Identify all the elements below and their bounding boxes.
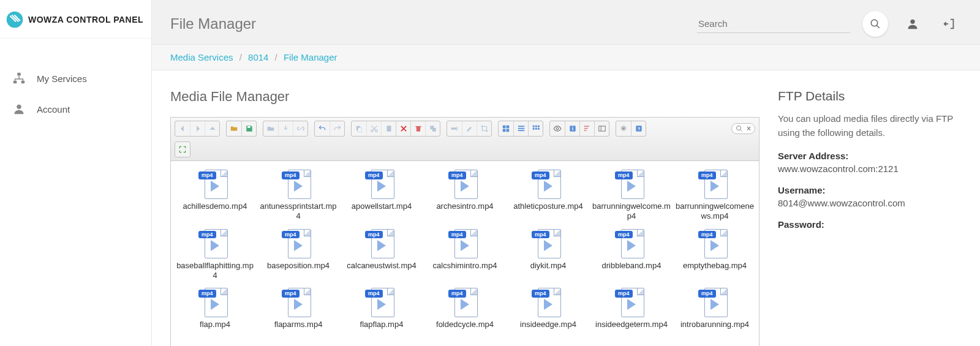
brand-logo: WOWZA CONTROL PANEL bbox=[0, 0, 151, 39]
file-item[interactable]: mp4 emptythebag.mp4 bbox=[674, 228, 755, 285]
file-name: barrunningwelcomenews.mp4 bbox=[676, 201, 754, 222]
tb-link-button[interactable] bbox=[293, 121, 307, 136]
tb-new-folder-button[interactable] bbox=[227, 121, 241, 136]
file-item[interactable]: mp4 barrunningwelcome.mp4 bbox=[591, 168, 672, 225]
tb-forward-button[interactable] bbox=[190, 121, 205, 136]
play-icon bbox=[294, 240, 303, 251]
tb-rename-button[interactable] bbox=[447, 121, 462, 136]
file-icon: mp4 bbox=[365, 170, 398, 199]
link-icon bbox=[296, 124, 305, 133]
play-icon bbox=[461, 240, 469, 251]
file-name: baseballflaphitting.mp4 bbox=[176, 261, 254, 281]
file-item[interactable]: mp4 baseballflaphitting.mp4 bbox=[175, 228, 255, 285]
file-name: flaparms.mp4 bbox=[274, 320, 323, 329]
tb-fullscreen-button[interactable] bbox=[175, 142, 190, 157]
file-item[interactable]: mp4 calcshimintro.mp4 bbox=[424, 228, 505, 285]
file-item[interactable]: mp4 insideedgeterm.mp4 bbox=[591, 287, 672, 333]
search-input[interactable] bbox=[697, 15, 850, 33]
tb-info-button[interactable]: i bbox=[565, 121, 579, 136]
panel-icon bbox=[598, 124, 606, 133]
file-icon: mp4 bbox=[198, 288, 232, 317]
file-item[interactable]: mp4 athleticposture.mp4 bbox=[508, 168, 589, 225]
svg-rect-21 bbox=[518, 128, 524, 129]
close-icon[interactable]: × bbox=[747, 124, 751, 133]
tb-settings-button[interactable] bbox=[616, 121, 631, 136]
file-name: emptythebag.mp4 bbox=[683, 261, 747, 271]
play-icon bbox=[294, 299, 303, 310]
copy-icon bbox=[355, 124, 363, 133]
logout-button[interactable] bbox=[937, 12, 962, 36]
file-name: dribbleband.mp4 bbox=[602, 261, 662, 271]
tb-view-icons-button[interactable] bbox=[499, 121, 513, 136]
search-button[interactable] bbox=[862, 11, 888, 37]
tb-search-pill[interactable]: × bbox=[731, 123, 755, 134]
tb-download-button[interactable] bbox=[278, 121, 293, 136]
file-item[interactable]: mp4 baseposition.mp4 bbox=[258, 228, 339, 285]
file-item[interactable]: mp4 achillesdemo.mp4 bbox=[175, 168, 255, 225]
file-name: introbarunning.mp4 bbox=[680, 320, 749, 329]
file-icon: mp4 bbox=[448, 170, 481, 199]
ftp-description: You can upload media files directly via … bbox=[778, 112, 962, 140]
file-item[interactable]: mp4 flap.mp4 bbox=[175, 287, 255, 333]
tb-redo-button[interactable] bbox=[330, 121, 344, 136]
user-button[interactable] bbox=[900, 12, 925, 36]
file-name: flap.mp4 bbox=[200, 320, 230, 329]
breadcrumb-link-file-manager[interactable]: File Manager bbox=[284, 52, 337, 62]
tb-view-list-button[interactable] bbox=[513, 121, 528, 136]
play-icon bbox=[461, 181, 469, 192]
tb-back-button[interactable] bbox=[175, 121, 190, 136]
file-item[interactable]: mp4 archesintro.mp4 bbox=[424, 168, 505, 225]
tb-delete-button[interactable] bbox=[396, 121, 410, 136]
svg-rect-9 bbox=[358, 127, 361, 132]
file-icon: mp4 bbox=[532, 170, 565, 199]
tb-copy-button[interactable] bbox=[352, 121, 366, 136]
tb-places-button[interactable] bbox=[594, 121, 609, 136]
file-item[interactable]: mp4 apowellstart.mp4 bbox=[341, 168, 422, 225]
file-item[interactable]: mp4 diykit.mp4 bbox=[508, 228, 589, 285]
breadcrumb-link-media-services[interactable]: Media Services bbox=[170, 52, 233, 62]
tb-save-button[interactable] bbox=[241, 121, 256, 136]
breadcrumb-link-8014[interactable]: 8014 bbox=[248, 52, 268, 62]
file-item[interactable]: mp4 barrunningwelcomenews.mp4 bbox=[674, 168, 755, 225]
svg-rect-33 bbox=[584, 128, 587, 129]
file-item[interactable]: mp4 calcaneustwist.mp4 bbox=[341, 228, 422, 285]
arrow-up-icon bbox=[208, 124, 217, 133]
eye-icon bbox=[553, 124, 562, 133]
file-item[interactable]: mp4 introbarunning.mp4 bbox=[674, 287, 755, 333]
tb-cut-button[interactable] bbox=[366, 121, 381, 136]
duplicate-icon bbox=[429, 124, 437, 133]
ftp-password-label: Password: bbox=[778, 219, 962, 230]
file-type-badge: mp4 bbox=[448, 290, 466, 298]
tb-edit-button[interactable] bbox=[462, 121, 477, 136]
file-item[interactable]: mp4 flapflap.mp4 bbox=[341, 287, 422, 333]
tb-undo-button[interactable] bbox=[315, 121, 330, 136]
tb-help-button[interactable]: ? bbox=[631, 121, 646, 136]
tb-preview-button[interactable] bbox=[550, 121, 565, 136]
sidebar-item-my-services[interactable]: My Services bbox=[0, 63, 151, 94]
file-type-badge: mp4 bbox=[448, 171, 466, 179]
sidebar-item-account[interactable]: Account bbox=[0, 94, 151, 124]
file-item[interactable]: mp4 dribbleband.mp4 bbox=[591, 228, 672, 285]
svg-rect-2 bbox=[13, 81, 17, 84]
svg-rect-26 bbox=[532, 128, 534, 130]
tb-view-small-button[interactable] bbox=[528, 121, 543, 136]
tb-crop-button[interactable] bbox=[477, 121, 491, 136]
tb-empty-button[interactable] bbox=[410, 121, 425, 136]
file-item[interactable]: mp4 antunessprintstart.mp4 bbox=[258, 168, 339, 225]
file-type-badge: mp4 bbox=[615, 231, 633, 239]
tb-paste-button[interactable] bbox=[381, 121, 396, 136]
file-item[interactable]: mp4 insideedge.mp4 bbox=[508, 287, 589, 333]
file-item[interactable]: mp4 flaparms.mp4 bbox=[258, 287, 339, 333]
file-item[interactable]: mp4 foldedcycle.mp4 bbox=[424, 287, 505, 333]
svg-rect-14 bbox=[432, 128, 435, 132]
file-type-badge: mp4 bbox=[532, 231, 549, 239]
tb-sort-button[interactable] bbox=[579, 121, 594, 136]
file-type-badge: mp4 bbox=[698, 290, 716, 298]
tb-up-button[interactable] bbox=[205, 121, 219, 136]
svg-text:i: i bbox=[571, 126, 573, 132]
play-icon bbox=[211, 240, 219, 251]
tb-duplicate-button[interactable] bbox=[425, 121, 440, 136]
file-name: insideedgeterm.mp4 bbox=[595, 320, 668, 329]
tb-open-button[interactable] bbox=[263, 121, 278, 136]
file-name: athleticposture.mp4 bbox=[513, 201, 582, 211]
